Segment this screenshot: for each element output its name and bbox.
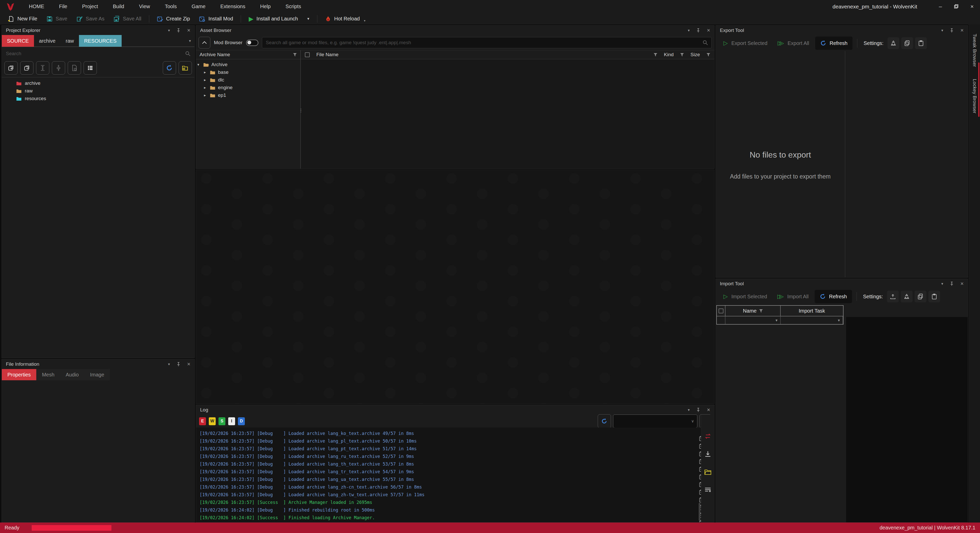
expand-selection-button[interactable] [36,61,49,75]
copy-settings-button[interactable] [915,290,926,302]
close-icon[interactable]: × [707,406,710,413]
new-file-button[interactable]: New File [3,14,42,24]
panel-menu-icon[interactable]: ▾ [688,408,690,412]
file-name-column[interactable]: File Name [317,52,339,57]
menu-item[interactable]: View [132,0,158,13]
close-icon[interactable]: × [187,27,190,34]
expander-icon[interactable]: ▸ [203,78,207,82]
save-as-button[interactable]: Save As [72,14,109,24]
expander-icon[interactable]: ▸ [203,93,207,98]
save-button[interactable]: Save [42,14,72,24]
paste-settings-button[interactable] [928,290,940,302]
archive-tree-item[interactable]: ▸ ep1 [196,91,300,99]
import-refresh-button[interactable]: Refresh [815,290,852,303]
tab-overflow-icon[interactable]: ▾ [189,38,191,43]
export-all-button[interactable]: ▷▷ Export All [773,40,813,46]
menu-item[interactable]: Build [105,0,131,13]
export-selected-button[interactable]: ▷ Export Selected [719,40,772,46]
mod-browser-toggle[interactable] [246,40,258,46]
pin-icon[interactable] [950,29,954,33]
panel-menu-icon[interactable]: ▾ [942,281,943,286]
reset-settings-button[interactable] [888,37,899,49]
asset-file-list[interactable] [301,59,714,168]
pin-icon[interactable] [696,29,700,33]
copy-settings-button[interactable] [901,37,913,49]
filter-icon[interactable] [654,53,657,56]
project-search-input[interactable] [6,51,185,56]
log-filter-button[interactable]: I [228,417,235,425]
hot-reload-button[interactable]: Hot Reload ▾ [320,14,370,24]
pin-icon[interactable] [177,29,180,33]
filter-icon[interactable] [680,53,684,56]
log-filter-button[interactable]: D [238,417,245,425]
size-column[interactable]: Size [690,52,700,57]
auto-scroll-icon[interactable] [704,433,711,440]
import-selected-button[interactable]: ▷ Import Selected [719,293,771,300]
import-select-all-checkbox[interactable] [719,309,724,313]
archive-tree-item[interactable]: ▸ base [196,68,300,76]
archive-tree-item[interactable]: ▸ dlc [196,76,300,84]
install-mod-button[interactable]: Install Mod [194,14,238,24]
hot-reload-dropdown[interactable]: ▾ [364,19,366,22]
file-information-tab[interactable]: Properties [2,369,36,380]
pin-icon[interactable] [696,408,700,412]
collapse-selection-button[interactable] [52,61,65,75]
log-filter-input[interactable] [616,419,691,424]
close-button[interactable]: × [964,0,980,13]
panel-menu-icon[interactable]: ▾ [168,28,170,33]
splitter-grip[interactable]: ⋮ [299,108,303,113]
expander-icon[interactable]: ▸ [203,70,207,75]
log-refresh-button[interactable] [598,414,611,428]
show-file-button[interactable] [68,61,81,75]
pin-icon[interactable] [950,282,954,286]
scrollbar-handle[interactable] [698,503,700,521]
menu-item[interactable]: Help [253,0,278,13]
file-information-tab[interactable]: Audio [60,369,84,380]
project-tree-item[interactable]: raw [2,87,194,95]
menu-item[interactable]: Project [75,0,105,13]
expander-icon[interactable]: ▸ [203,85,207,90]
expander-icon[interactable]: ▾ [196,62,200,67]
project-explorer-tab[interactable]: raw [60,35,79,47]
log-filter-button[interactable]: W [209,417,216,425]
pin-icon[interactable] [177,362,180,366]
panel-menu-icon[interactable]: ▾ [942,28,943,33]
close-icon[interactable]: × [707,27,710,34]
paste-settings-button[interactable] [915,37,927,49]
load-settings-button[interactable] [887,290,899,302]
dock-strip-tab[interactable]: Lockey Browser [969,66,980,127]
close-icon[interactable]: × [187,361,190,368]
project-tree-item[interactable]: resources [2,95,194,102]
log-filter-button[interactable]: E [199,417,206,425]
save-log-icon[interactable] [704,451,711,458]
reset-settings-button[interactable] [901,290,913,302]
export-refresh-button[interactable]: Refresh [815,36,853,50]
install-and-launch-button[interactable]: ▶ Install and Launch [244,14,302,24]
filter-icon[interactable] [706,53,710,56]
log-filter-button[interactable]: S [218,417,225,425]
collapse-tree-button[interactable] [199,37,210,49]
menu-item[interactable]: File [52,0,75,13]
name-filter-dropdown[interactable]: ▼ [725,316,781,324]
open-folder-button[interactable] [179,61,192,75]
select-all-checkbox[interactable] [305,52,310,57]
create-zip-button[interactable]: Create Zip [152,14,194,24]
import-all-button[interactable]: ▷▷ Import All [773,293,813,300]
archive-tree-item[interactable]: ▸ engine [196,84,300,91]
project-tree-item[interactable]: archive [2,79,194,87]
log-filter-combobox[interactable]: ∨ [613,414,697,428]
menu-item[interactable]: Game [184,0,213,13]
menu-item[interactable]: Tools [158,0,184,13]
menu-item[interactable]: HOME [21,0,52,13]
project-explorer-tab[interactable]: SOURCE [2,35,34,47]
export-splitter[interactable] [845,51,845,278]
panel-menu-icon[interactable]: ▾ [688,28,690,33]
filter-icon[interactable] [759,309,763,313]
kind-column[interactable]: Kind [664,52,674,57]
log-scrollbar[interactable] [698,430,700,521]
panel-menu-icon[interactable]: ▾ [168,362,170,366]
task-filter-dropdown[interactable]: ▼ [781,316,843,324]
archive-name-column[interactable]: Archive Name [200,52,230,57]
menu-item[interactable]: Scripts [278,0,309,13]
menu-item[interactable]: Extensions [213,0,253,13]
